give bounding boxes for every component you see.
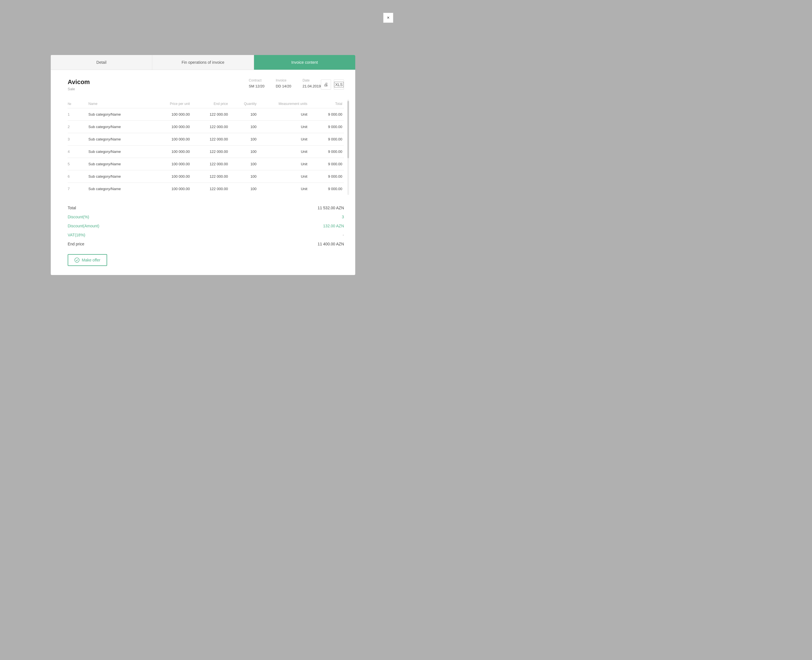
col-total: Total bbox=[309, 100, 344, 108]
action-icons: 🖨 XLS bbox=[321, 79, 344, 90]
print-icon: 🖨 bbox=[324, 82, 328, 87]
cell-unit: Unit bbox=[258, 170, 309, 183]
offer-icon bbox=[74, 257, 79, 263]
date-field: Date 21.04.2019 bbox=[302, 78, 321, 89]
cell-price-per-unit: 100 000.00 bbox=[150, 133, 192, 146]
summary-discount-amt: Discount(Amount) 132.00 AZN bbox=[68, 221, 344, 230]
cell-num: 6 bbox=[68, 170, 87, 183]
table-body: 1 Sub category/Name 100 000.00 122 000.0… bbox=[68, 108, 344, 195]
vat-label: VAT(18%) bbox=[68, 233, 85, 237]
tab-bar: Detail Fin operations of invoice Invoice… bbox=[51, 55, 355, 70]
table-row: 4 Sub category/Name 100 000.00 122 000.0… bbox=[68, 146, 344, 158]
cell-name: Sub category/Name bbox=[87, 146, 150, 158]
cell-quantity: 100 bbox=[230, 133, 258, 146]
cell-price-per-unit: 100 000.00 bbox=[150, 170, 192, 183]
modal-dialog: Detail Fin operations of invoice Invoice… bbox=[51, 55, 355, 275]
contract-field: Contract SM 12/20 bbox=[249, 78, 264, 89]
document-header: Avicom Sale Contract SM 12/20 Invoice DD… bbox=[68, 78, 344, 91]
vat-value: - bbox=[343, 233, 344, 237]
date-value: 21.04.2019 bbox=[302, 84, 321, 88]
discount-amt-value: 132.00 AZN bbox=[323, 224, 344, 228]
col-price-per-unit: Price per unit bbox=[150, 100, 192, 108]
col-measurement-units: Measurement units bbox=[258, 100, 309, 108]
cell-end-price: 122 000.00 bbox=[192, 170, 230, 183]
contract-value: SM 12/20 bbox=[249, 84, 264, 88]
summary-section: Total 11 532.00 AZN Discount(%) 3 Discou… bbox=[68, 200, 344, 249]
cell-end-price: 122 000.00 bbox=[192, 121, 230, 133]
cell-total: 9 000.00 bbox=[309, 121, 344, 133]
cell-quantity: 100 bbox=[230, 121, 258, 133]
cell-total: 9 000.00 bbox=[309, 158, 344, 170]
cell-num: 4 bbox=[68, 146, 87, 158]
cell-unit: Unit bbox=[258, 183, 309, 195]
svg-point-0 bbox=[75, 258, 79, 262]
summary-vat: VAT(18%) - bbox=[68, 230, 344, 240]
meta-fields: Contract SM 12/20 Invoice DD 14/20 Date … bbox=[249, 78, 321, 89]
invoice-table: № Name Price per unit End price Quantity… bbox=[68, 100, 344, 195]
end-price-value: 11 400.00 AZN bbox=[318, 242, 344, 246]
cell-unit: Unit bbox=[258, 146, 309, 158]
close-button[interactable]: × bbox=[383, 13, 393, 23]
cell-unit: Unit bbox=[258, 133, 309, 146]
cell-name: Sub category/Name bbox=[87, 170, 150, 183]
cell-price-per-unit: 100 000.00 bbox=[150, 183, 192, 195]
modal-body: Avicom Sale Contract SM 12/20 Invoice DD… bbox=[51, 70, 355, 275]
cell-quantity: 100 bbox=[230, 183, 258, 195]
col-quantity: Quantity bbox=[230, 100, 258, 108]
make-offer-button[interactable]: Make offer bbox=[68, 254, 107, 266]
discount-pct-label: Discount(%) bbox=[68, 215, 89, 219]
summary-discount-pct: Discount(%) 3 bbox=[68, 213, 344, 221]
table-header-row: № Name Price per unit End price Quantity… bbox=[68, 100, 344, 108]
cell-total: 9 000.00 bbox=[309, 133, 344, 146]
date-label: Date bbox=[302, 78, 321, 82]
total-label: Total bbox=[68, 206, 76, 210]
discount-pct-value: 3 bbox=[342, 215, 344, 219]
summary-total: Total 11 532.00 AZN bbox=[68, 203, 344, 213]
cell-total: 9 000.00 bbox=[309, 183, 344, 195]
tab-invoice-content[interactable]: Invoice content bbox=[254, 55, 355, 70]
cell-price-per-unit: 100 000.00 bbox=[150, 121, 192, 133]
cell-unit: Unit bbox=[258, 121, 309, 133]
summary-end-price: End price 11 400.00 AZN bbox=[68, 240, 344, 249]
table-row: 2 Sub category/Name 100 000.00 122 000.0… bbox=[68, 121, 344, 133]
table-row: 6 Sub category/Name 100 000.00 122 000.0… bbox=[68, 170, 344, 183]
cell-name: Sub category/Name bbox=[87, 158, 150, 170]
cell-total: 9 000.00 bbox=[309, 170, 344, 183]
table-row: 5 Sub category/Name 100 000.00 122 000.0… bbox=[68, 158, 344, 170]
excel-icon: XLS bbox=[334, 82, 344, 87]
print-button[interactable]: 🖨 bbox=[321, 79, 331, 90]
contract-label: Contract bbox=[249, 78, 264, 82]
cell-num: 3 bbox=[68, 133, 87, 146]
cell-num: 7 bbox=[68, 183, 87, 195]
cell-unit: Unit bbox=[258, 158, 309, 170]
cell-num: 1 bbox=[68, 108, 87, 121]
cell-price-per-unit: 100 000.00 bbox=[150, 158, 192, 170]
invoice-table-wrapper: № Name Price per unit End price Quantity… bbox=[68, 100, 344, 195]
col-num: № bbox=[68, 100, 87, 108]
invoice-value: DD 14/20 bbox=[276, 84, 291, 88]
table-row: 1 Sub category/Name 100 000.00 122 000.0… bbox=[68, 108, 344, 121]
col-end-price: End price bbox=[192, 100, 230, 108]
cell-num: 2 bbox=[68, 121, 87, 133]
table-row: 7 Sub category/Name 100 000.00 122 000.0… bbox=[68, 183, 344, 195]
cell-total: 9 000.00 bbox=[309, 146, 344, 158]
tab-detail[interactable]: Detail bbox=[51, 55, 152, 70]
cell-end-price: 122 000.00 bbox=[192, 146, 230, 158]
col-name: Name bbox=[87, 100, 150, 108]
scrollbar-track[interactable] bbox=[347, 100, 349, 195]
cell-name: Sub category/Name bbox=[87, 108, 150, 121]
company-name: Avicom bbox=[68, 78, 240, 86]
cell-quantity: 100 bbox=[230, 146, 258, 158]
tab-fin-operations[interactable]: Fin operations of invoice bbox=[152, 55, 254, 70]
cell-quantity: 100 bbox=[230, 108, 258, 121]
cell-end-price: 122 000.00 bbox=[192, 183, 230, 195]
cell-end-price: 122 000.00 bbox=[192, 158, 230, 170]
cell-name: Sub category/Name bbox=[87, 183, 150, 195]
discount-amt-label: Discount(Amount) bbox=[68, 224, 99, 228]
cell-unit: Unit bbox=[258, 108, 309, 121]
table-row: 3 Sub category/Name 100 000.00 122 000.0… bbox=[68, 133, 344, 146]
cell-total: 9 000.00 bbox=[309, 108, 344, 121]
excel-button[interactable]: XLS bbox=[334, 79, 344, 90]
company-type: Sale bbox=[68, 87, 240, 91]
cell-quantity: 100 bbox=[230, 158, 258, 170]
